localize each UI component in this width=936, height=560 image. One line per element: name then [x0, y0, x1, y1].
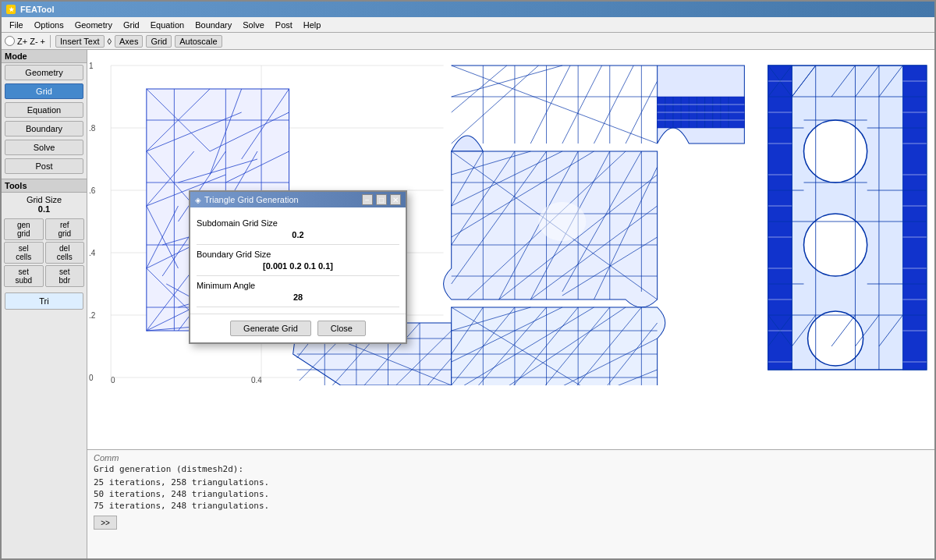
- radio-zoom[interactable]: [5, 36, 15, 46]
- bottom-panel: Comm Grid generation (distmesh2d): 25 it…: [87, 449, 934, 558]
- grid-btn[interactable]: Grid: [146, 35, 172, 48]
- nav-solve[interactable]: Solve: [5, 140, 83, 155]
- menu-boundary[interactable]: Boundary: [190, 19, 236, 30]
- close-dialog-btn[interactable]: Close: [317, 321, 366, 336]
- menu-grid[interactable]: Grid: [119, 19, 144, 30]
- output-line-3: 50 iterations, 248 triangulations.: [94, 489, 928, 499]
- nav-geometry[interactable]: Geometry: [5, 65, 83, 80]
- output-line-0: Grid generation (distmesh2d):: [94, 464, 928, 474]
- insert-text-btn[interactable]: Insert Text: [55, 35, 105, 48]
- y-label-06: .6: [89, 186, 95, 195]
- tool-buttons: gen grid ref grid sel cells del cells se…: [2, 216, 87, 289]
- autoscale-btn[interactable]: Autoscale: [175, 35, 222, 48]
- canvas-area: 1 .8 .6 .4 .2 0 0 0.4: [87, 50, 934, 449]
- svg-point-103: [803, 120, 867, 183]
- title-bar: ★ FEATool: [2, 2, 934, 17]
- y-label-1: 1: [89, 62, 94, 70]
- svg-rect-102: [902, 66, 926, 370]
- min-angle-label: Minimum Angle: [197, 281, 399, 290]
- y-label-0: 0: [89, 374, 94, 382]
- svg-point-105: [808, 311, 863, 366]
- boundary-value[interactable]: [0.001 0.2 0.1 0.1]: [197, 261, 399, 271]
- comm-label: Comm: [94, 453, 119, 463]
- y-label-08: .8: [89, 124, 95, 133]
- dialog-minimize-btn[interactable]: −: [362, 194, 373, 205]
- sel-cells-btn[interactable]: sel cells: [4, 242, 44, 264]
- svg-line-59: [594, 66, 633, 144]
- svg-line-55: [452, 66, 507, 112]
- comm-row: Comm: [94, 453, 928, 463]
- svg-point-104: [803, 214, 867, 276]
- boundary-row: Boundary Grid Size [0.001 0.2 0.1 0.1]: [197, 245, 399, 276]
- dialog-controls: − □ ✕: [362, 194, 401, 205]
- del-cells-btn[interactable]: del cells: [45, 242, 85, 264]
- output-line-4: 75 iterations, 248 triangulations.: [94, 501, 928, 511]
- toolbar-sep: [50, 35, 51, 48]
- nav-equation[interactable]: Equation: [5, 102, 83, 118]
- dialog-title-bar: ◈ Triangle Grid Generation − □ ✕: [190, 192, 406, 207]
- radio-group: Z+ Z- +: [5, 36, 45, 46]
- nav-grid[interactable]: Grid: [5, 83, 83, 99]
- dialog-buttons: Generate Grid Close: [190, 314, 406, 342]
- grid-size-value: 0.1: [38, 204, 50, 214]
- dialog-title-text: Triangle Grid Generation: [204, 195, 299, 204]
- set-subd-btn[interactable]: set subd: [4, 265, 44, 287]
- zoom-in-label[interactable]: Z+: [17, 37, 27, 46]
- toolbar-icon-1: ◊: [108, 37, 112, 46]
- dialog-triangle-grid: ◈ Triangle Grid Generation − □ ✕ Subdoma…: [189, 190, 407, 344]
- svg-line-53: [452, 66, 658, 144]
- svg-point-99: [538, 202, 586, 241]
- min-angle-row: Minimum Angle 28: [197, 276, 399, 307]
- grid-size-label: Grid Size: [27, 195, 62, 204]
- menu-solve[interactable]: Solve: [238, 19, 269, 30]
- expand-btn[interactable]: >>: [94, 516, 117, 530]
- menu-file[interactable]: File: [5, 19, 28, 30]
- svg-line-54: [452, 66, 562, 97]
- dialog-close-btn[interactable]: ✕: [390, 194, 401, 205]
- svg-rect-101: [768, 66, 792, 370]
- y-label-04: .4: [89, 249, 95, 257]
- tools-label: Tools: [2, 179, 87, 193]
- zoom-out-label[interactable]: Z-: [30, 37, 37, 46]
- svg-line-58: [562, 66, 602, 144]
- ref-grid-btn[interactable]: ref grid: [45, 218, 85, 240]
- dialog-title-icon: ◈: [195, 196, 201, 204]
- left-panel: Mode Geometry Grid Equation Boundary Sol…: [2, 50, 87, 558]
- menu-post[interactable]: Post: [271, 19, 297, 30]
- svg-line-57: [530, 66, 570, 144]
- min-angle-value[interactable]: 28: [197, 292, 399, 302]
- toolbar: Z+ Z- + Insert Text ◊ Axes Grid Autoscal…: [2, 33, 934, 50]
- y-label-02: .2: [89, 311, 95, 320]
- nav-boundary[interactable]: Boundary: [5, 121, 83, 136]
- menu-options[interactable]: Options: [30, 19, 69, 30]
- menu-equation[interactable]: Equation: [146, 19, 189, 30]
- dialog-content: Subdomain Grid Size 0.2 Boundary Grid Si…: [190, 207, 406, 314]
- generate-grid-btn[interactable]: Generate Grid: [230, 321, 311, 336]
- app-icon: ★: [6, 5, 16, 14]
- menu-geometry[interactable]: Geometry: [70, 19, 117, 30]
- dialog-maximize-btn[interactable]: □: [376, 194, 387, 205]
- menu-bar: File Options Geometry Grid Equation Boun…: [2, 17, 934, 33]
- main-window: ★ FEATool File Options Geometry Grid Equ…: [0, 0, 936, 560]
- zoom-fit-label[interactable]: +: [41, 37, 45, 46]
- subdomain-row: Subdomain Grid Size 0.2: [197, 214, 399, 245]
- mode-label: Mode: [2, 50, 87, 63]
- window-title: FEATool: [20, 5, 55, 14]
- grid-size-row: Grid Size 0.1: [2, 193, 87, 216]
- set-bdr-btn[interactable]: set bdr: [45, 265, 85, 287]
- subdomain-value[interactable]: 0.2: [197, 230, 399, 239]
- subdomain-label: Subdomain Grid Size: [197, 218, 399, 228]
- output-line-2: 25 iterations, 258 triangulations.: [94, 477, 928, 487]
- main-area: Mode Geometry Grid Equation Boundary Sol…: [2, 50, 934, 558]
- boundary-label: Boundary Grid Size: [197, 250, 399, 259]
- nav-post[interactable]: Post: [5, 158, 83, 174]
- svg-line-56: [452, 66, 539, 144]
- menu-help[interactable]: Help: [299, 19, 326, 30]
- gen-grid-btn[interactable]: gen grid: [4, 218, 44, 240]
- axes-btn[interactable]: Axes: [115, 35, 143, 48]
- tri-btn[interactable]: Tri: [5, 292, 83, 310]
